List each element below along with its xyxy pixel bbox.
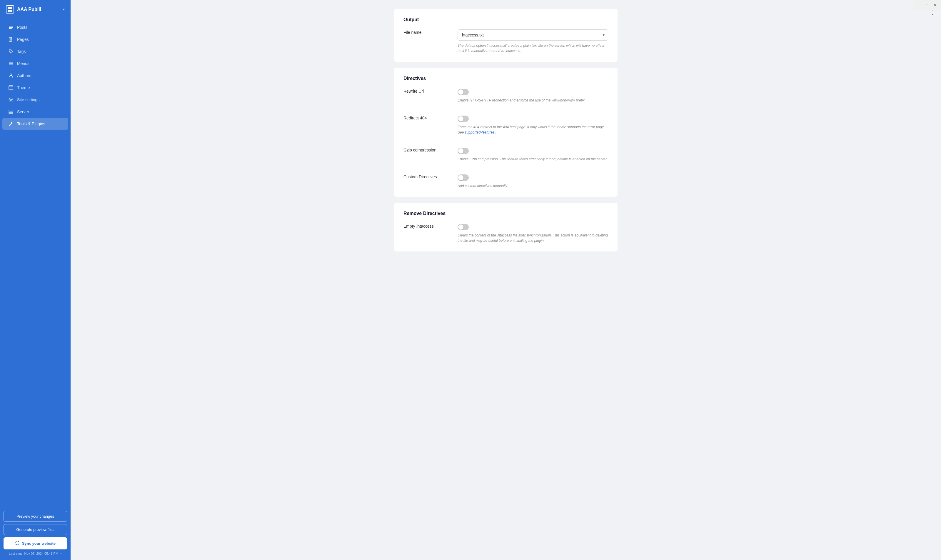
- remove-directives-section-title: Remove Directives: [403, 211, 608, 216]
- svg-rect-1: [10, 7, 12, 9]
- custom-directives-control: Add custom directives manually.: [458, 174, 608, 189]
- custom-directives-hint: Add custom directives manually.: [458, 183, 608, 189]
- remove-directives-card: Remove Directives Empty .htaccess Clears…: [394, 203, 618, 251]
- posts-icon: [8, 25, 14, 30]
- app-title: AAA Publii: [17, 7, 60, 12]
- svg-point-20: [12, 113, 13, 113]
- sidebar-item-posts[interactable]: Posts: [2, 22, 68, 33]
- redirect-404-hint-after: .: [495, 130, 497, 134]
- sidebar-item-site-settings-label: Site settings: [17, 97, 39, 102]
- redirect-404-label: Redirect 404: [403, 115, 451, 120]
- rewrite-url-label: Rewrite Url: [403, 88, 451, 94]
- authors-icon: [8, 73, 14, 78]
- sidebar: AAA Publii ▾ Posts Pages: [0, 0, 71, 560]
- sidebar-item-server[interactable]: Server: [2, 106, 68, 118]
- rewrite-url-toggle[interactable]: [458, 89, 469, 95]
- svg-rect-5: [9, 27, 13, 28]
- sidebar-nav: Posts Pages Tags: [0, 19, 71, 507]
- svg-rect-4: [9, 26, 13, 26]
- external-link-icon[interactable]: ↗: [59, 552, 62, 555]
- empty-htaccess-control: Clears the content of the .htaccess file…: [458, 223, 608, 243]
- redirect-404-toggle[interactable]: [458, 115, 469, 122]
- sync-website-label: Sync your website: [22, 541, 55, 546]
- gzip-compression-hint: Enable Gzip compression. This feature ta…: [458, 157, 608, 162]
- empty-htaccess-toggle-row: [458, 223, 608, 230]
- last-sync-text: Last sync: Nov 06, 2024 05:41 PM: [9, 552, 58, 555]
- custom-directives-toggle-knob: [458, 175, 463, 180]
- sidebar-item-pages-label: Pages: [17, 37, 29, 42]
- file-name-label: File name: [403, 29, 451, 35]
- custom-directives-label: Custom Directives: [403, 174, 451, 179]
- gzip-compression-toggle-knob: [458, 148, 463, 154]
- gzip-compression-label: Gzip compression: [403, 147, 451, 152]
- rewrite-url-toggle-knob: [458, 89, 463, 95]
- sidebar-chevron-icon: ▾: [63, 7, 65, 11]
- sidebar-item-theme[interactable]: Theme: [2, 82, 68, 94]
- sidebar-item-authors[interactable]: Authors: [2, 70, 68, 82]
- directives-card-body: Directives Rewrite Url Enable HTTPS/HTTP…: [394, 68, 618, 197]
- sidebar-item-menus[interactable]: Menus: [2, 58, 68, 69]
- file-name-select[interactable]: htaccess.txt .htaccess: [458, 29, 608, 41]
- file-name-control: htaccess.txt .htaccess ▾ The default opt…: [458, 29, 608, 54]
- three-dot-menu[interactable]: ⋮: [930, 9, 935, 16]
- sync-icon: [15, 541, 20, 546]
- gzip-compression-control: Enable Gzip compression. This feature ta…: [458, 147, 608, 162]
- sidebar-item-authors-label: Authors: [17, 73, 31, 78]
- preview-changes-button[interactable]: Preview your changes: [3, 511, 67, 522]
- app-logo: [6, 5, 14, 14]
- remove-directives-card-body: Remove Directives Empty .htaccess Clears…: [394, 203, 618, 251]
- sidebar-item-tags[interactable]: Tags: [2, 46, 68, 57]
- redirect-404-hint: Force the 404 redirect to the 404.html p…: [458, 125, 608, 135]
- empty-htaccess-row: Empty .htaccess Clears the content of th…: [403, 223, 608, 243]
- svg-point-16: [10, 99, 12, 101]
- custom-directives-row: Custom Directives Add custom directives …: [403, 168, 608, 189]
- rewrite-url-hint: Enable HTTPS/HTTP redirection and enforc…: [458, 98, 608, 103]
- empty-htaccess-toggle[interactable]: [458, 224, 469, 230]
- minimize-button[interactable]: —: [917, 2, 922, 8]
- menus-icon: [8, 61, 14, 66]
- maximize-button[interactable]: □: [924, 2, 930, 8]
- tools-icon: [8, 121, 14, 126]
- gzip-compression-row: Gzip compression Enable Gzip compression…: [403, 141, 608, 168]
- rewrite-url-toggle-row: [458, 88, 608, 95]
- sidebar-item-menus-label: Menus: [17, 61, 29, 66]
- custom-directives-toggle[interactable]: [458, 174, 469, 181]
- rewrite-url-row: Rewrite Url Enable HTTPS/HTTP redirectio…: [403, 88, 608, 109]
- theme-icon: [8, 85, 14, 90]
- sidebar-item-pages[interactable]: Pages: [2, 34, 68, 45]
- sidebar-item-site-settings[interactable]: Site settings: [2, 94, 68, 106]
- sidebar-item-server-label: Server: [17, 109, 29, 114]
- svg-rect-10: [9, 63, 13, 64]
- generate-preview-button[interactable]: Generate preview files: [3, 524, 67, 535]
- file-name-row: File name htaccess.txt .htaccess ▾ The d…: [403, 29, 608, 54]
- sidebar-item-tools-plugins[interactable]: Tools & Plugins: [2, 118, 68, 130]
- svg-rect-0: [8, 7, 10, 9]
- sync-website-button[interactable]: Sync your website: [3, 537, 67, 549]
- last-sync-info: Last sync: Nov 06, 2024 05:41 PM ↗: [3, 552, 67, 555]
- gzip-compression-toggle-row: [458, 147, 608, 154]
- svg-point-8: [10, 50, 10, 51]
- redirect-404-control: Force the 404 redirect to the 404.html p…: [458, 115, 608, 135]
- file-name-select-wrapper: htaccess.txt .htaccess ▾: [458, 29, 608, 41]
- close-button[interactable]: ✕: [932, 2, 938, 8]
- svg-rect-3: [10, 10, 12, 12]
- sidebar-bottom: Preview your changes Generate preview fi…: [0, 507, 71, 560]
- sidebar-item-tools-plugins-label: Tools & Plugins: [17, 122, 45, 126]
- supported-features-link[interactable]: supported-features: [465, 130, 495, 134]
- pages-icon: [8, 37, 14, 42]
- empty-htaccess-toggle-knob: [458, 225, 463, 230]
- sidebar-item-posts-label: Posts: [17, 25, 27, 30]
- svg-rect-13: [9, 86, 13, 90]
- empty-htaccess-label: Empty .htaccess: [403, 223, 451, 229]
- content-area: Output File name htaccess.txt .htaccess …: [385, 0, 626, 269]
- output-card-body: Output File name htaccess.txt .htaccess …: [394, 9, 618, 62]
- directives-section-title: Directives: [403, 76, 608, 81]
- output-card: Output File name htaccess.txt .htaccess …: [394, 9, 618, 62]
- settings-icon: [8, 97, 14, 102]
- svg-rect-9: [9, 62, 13, 63]
- window-chrome: — □ ✕: [913, 0, 941, 10]
- redirect-404-toggle-knob: [458, 116, 463, 122]
- gzip-compression-toggle[interactable]: [458, 148, 469, 154]
- tags-icon: [8, 49, 14, 54]
- sidebar-item-theme-label: Theme: [17, 85, 30, 90]
